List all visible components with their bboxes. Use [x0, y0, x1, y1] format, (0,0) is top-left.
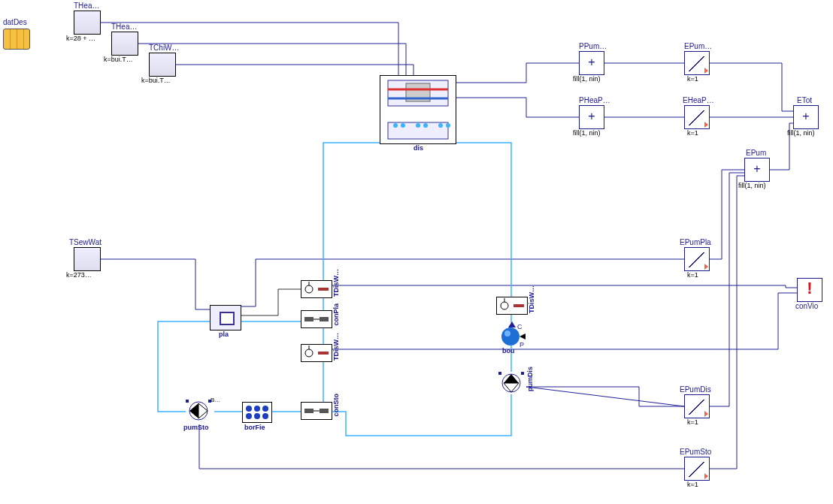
svg-point-41 [305, 349, 313, 357]
svg-text:C: C [517, 323, 523, 330]
svg-text:P: P [519, 341, 524, 347]
boundary-icon: C P [497, 320, 527, 347]
conSto-block[interactable] [301, 402, 332, 420]
EPumSto-sub: k=1 [687, 481, 698, 488]
junction-icon [301, 403, 332, 419]
borFie-label: borFie [244, 424, 265, 431]
PHeaP-block[interactable]: + [579, 105, 604, 129]
pump-icon [186, 400, 211, 422]
THea-label: THea… [74, 2, 99, 10]
EPum-sub: fill(1, nin) [738, 182, 766, 189]
TSewWat-param: k=273… [66, 271, 92, 279]
conVio-block[interactable]: ! [797, 278, 822, 302]
svg-point-30 [254, 406, 260, 412]
TDisWRet-block[interactable] [301, 344, 332, 362]
svg-rect-37 [318, 288, 329, 291]
TDisWJun-label: TDisW… [528, 285, 535, 313]
temp-sensor-icon [301, 281, 332, 297]
svg-point-10 [423, 123, 428, 128]
svg-rect-27 [186, 400, 189, 403]
TChiW-param: k=bui.T… [141, 77, 171, 84]
svg-point-7 [393, 123, 398, 128]
svg-rect-23 [521, 372, 524, 375]
ETot-block[interactable]: + [793, 105, 819, 129]
datDes-block[interactable] [3, 29, 30, 50]
PPum-label: PPum… [579, 42, 607, 50]
svg-point-47 [501, 302, 508, 309]
svg-point-34 [262, 413, 268, 419]
EPumDis-label: EPumDis [680, 385, 711, 394]
conPla-label: conPla [332, 303, 340, 326]
ETot-sub: fill(1, nin) [787, 129, 815, 137]
THea2-block[interactable] [111, 32, 138, 56]
pumDis-block[interactable] [498, 372, 524, 394]
pumSto-BR: B… [211, 397, 220, 403]
TSewWat-block[interactable] [74, 247, 101, 271]
THea2-param: k=bui.T… [104, 56, 133, 63]
conPla-block[interactable] [301, 310, 332, 328]
TDisWJun-block[interactable] [496, 297, 528, 315]
svg-marker-13 [508, 321, 516, 327]
TDisWSup-label: TDisW… [332, 269, 340, 297]
svg-point-9 [416, 123, 420, 128]
TChiW-block[interactable] [149, 53, 176, 77]
svg-rect-39 [320, 317, 329, 321]
TDisWSup-block[interactable] [301, 280, 332, 298]
svg-point-15 [501, 327, 519, 346]
EPumDis-sub: k=1 [687, 418, 698, 426]
borefield-icon [243, 403, 271, 422]
conVio-label: conVio [795, 302, 818, 310]
EHeaP-block[interactable] [684, 105, 710, 129]
svg-rect-44 [304, 409, 314, 413]
EHeaP-sub: k=1 [687, 129, 698, 137]
TChiW-label: TChiW… [149, 44, 180, 52]
TDisWRet-label: TDisW… [332, 333, 340, 361]
svg-point-29 [246, 406, 252, 412]
bou-block[interactable]: C P [500, 324, 523, 346]
EPumSto-block[interactable] [684, 457, 710, 481]
svg-rect-38 [304, 317, 314, 321]
EPum-label: EPum [746, 149, 766, 157]
pla-label: pla [219, 330, 229, 338]
EHeaP-label: EHeaP… [683, 96, 714, 104]
EPum_-block[interactable] [684, 51, 710, 75]
TSewWat-label: TSewWat [69, 238, 101, 246]
ETot-label: ETot [797, 96, 812, 104]
svg-rect-43 [318, 352, 329, 355]
EPumPla-block[interactable] [684, 247, 710, 271]
dis-label: dis [413, 144, 423, 152]
pumDis-label: pumDis [526, 367, 534, 391]
svg-point-16 [504, 330, 510, 337]
svg-rect-22 [498, 372, 501, 375]
svg-marker-17 [519, 333, 526, 340]
EPumSto-label: EPumSto [680, 448, 711, 456]
svg-rect-49 [513, 304, 524, 307]
svg-point-32 [246, 413, 252, 419]
dis-icon [380, 76, 456, 143]
EPumPla-label: EPumPla [680, 238, 711, 246]
pumSto-block[interactable] [186, 400, 211, 422]
borFie-block[interactable] [242, 402, 272, 423]
EPumPla-sub: k=1 [687, 271, 698, 279]
pump-icon [498, 372, 524, 394]
THea2-label: THea… [111, 23, 137, 31]
EPum-block[interactable]: + [744, 158, 770, 182]
EPum_-label: EPum… [684, 42, 712, 50]
junction-icon [301, 311, 332, 327]
temp-sensor-icon [301, 345, 332, 361]
dis-block[interactable] [380, 75, 456, 144]
PHeaP-sub: fill(1, nin) [573, 129, 601, 137]
THea-block[interactable] [74, 11, 101, 35]
THea-param: k=28 + … [66, 35, 95, 42]
EPumDis-block[interactable] [684, 394, 710, 418]
svg-point-11 [438, 123, 443, 128]
svg-point-31 [262, 406, 268, 412]
pumSto-label: pumSto [183, 424, 209, 431]
pla-block[interactable] [210, 305, 241, 330]
PPum-block[interactable]: + [579, 51, 604, 75]
PPum-sub: fill(1, nin) [573, 75, 601, 83]
svg-point-35 [305, 285, 313, 293]
conSto-label: conSto [332, 394, 340, 417]
datDes-label: datDes [3, 18, 27, 26]
PHeaP-label: PHeaP… [579, 96, 610, 104]
